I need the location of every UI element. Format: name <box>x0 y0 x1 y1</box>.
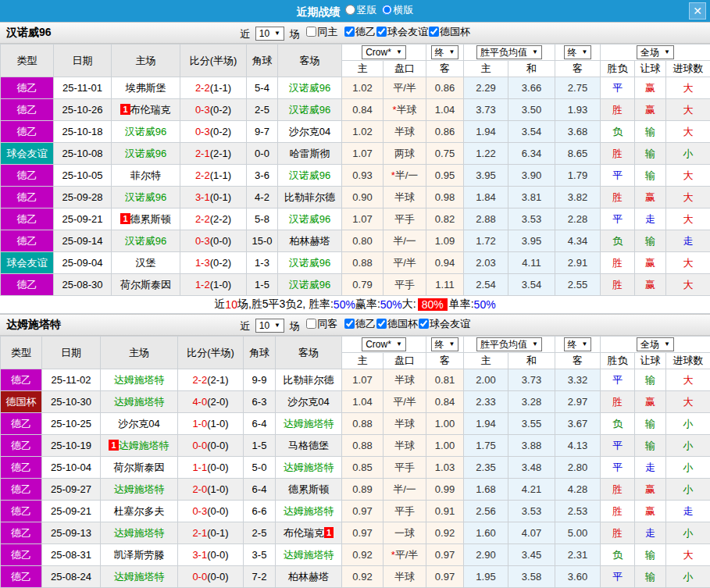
score-halftime: (0-0) <box>207 440 228 451</box>
same-side-checkbox[interactable] <box>306 319 316 329</box>
team-name-text: 马格德堡 <box>288 440 329 451</box>
same-side-filter[interactable]: 同主 <box>305 25 337 39</box>
result-wdl: 胜 <box>601 391 635 413</box>
scope-select[interactable]: 全场▼ <box>637 337 674 351</box>
league-filter[interactable]: 德乙 <box>344 317 376 331</box>
th-away: 客场 <box>278 45 342 77</box>
score-fulltime: 1-0 <box>192 418 207 429</box>
avg-select[interactable]: 胜平负均值▼ <box>476 45 542 59</box>
result-wdl: 胜 <box>601 501 635 522</box>
eu-home-odds: 2.33 <box>464 391 508 413</box>
eu-draw-odds: 3.53 <box>508 208 555 230</box>
corner-count: 15-0 <box>247 230 278 252</box>
eu-away-odds: 2.97 <box>555 391 601 413</box>
bookmaker-select[interactable]: Crow*▼ <box>362 45 406 59</box>
corner-count: 9-9 <box>244 369 276 391</box>
ah-line: 半球 <box>384 121 426 143</box>
eu-away-odds: 3.68 <box>555 121 601 143</box>
league-checkbox[interactable] <box>344 319 355 329</box>
result-goals: 小 <box>666 143 710 165</box>
avg-value: 胜平负均值 <box>480 47 527 58</box>
away-team: 汉诺威96 <box>278 99 342 121</box>
result-handicap: 输 <box>635 143 666 165</box>
league-filter[interactable]: 德国杯 <box>376 317 418 331</box>
league-filter[interactable]: 德乙 <box>344 25 376 39</box>
eu-final-select[interactable]: 终▼ <box>564 337 592 351</box>
score-fulltime: 0-0 <box>192 571 207 583</box>
th-scope: 全场▼ <box>601 337 710 353</box>
match-count-select[interactable]: 10▼ <box>255 27 284 41</box>
chevron-down-icon: ▼ <box>274 320 280 331</box>
horizontal-radio-input[interactable] <box>382 5 392 15</box>
league-filter[interactable]: 德国杯 <box>428 25 470 39</box>
th-score: 比分(半场) <box>178 337 244 369</box>
same-side-filter[interactable]: 同客 <box>305 317 337 331</box>
layout-radio-horizontal[interactable]: 横版 <box>382 3 414 17</box>
th-type: 类型 <box>1 337 42 369</box>
ah-home-odds: 1.07 <box>342 208 384 230</box>
score-halftime: (0-1) <box>207 527 228 539</box>
eu-home-odds: 2.88 <box>464 208 508 230</box>
result-wdl: 胜 <box>601 99 635 121</box>
ah-line: 平/半 <box>384 77 426 99</box>
ah-final-select[interactable]: 终▼ <box>431 45 459 59</box>
th-bookmaker: Crow*▼ <box>342 45 426 61</box>
same-side-checkbox[interactable] <box>306 27 316 37</box>
result-wdl: 胜 <box>601 522 635 544</box>
match-score: 3-1(0-1) <box>180 187 247 208</box>
corner-count: 5-8 <box>247 208 278 230</box>
home-team: 荷尔斯泰因 <box>101 457 178 479</box>
vertical-radio-input[interactable] <box>345 5 355 15</box>
close-button[interactable]: ✕ <box>689 2 706 20</box>
league-checkbox[interactable] <box>419 319 429 329</box>
result-wdl: 平 <box>601 165 635 187</box>
away-team: 德累斯顿 <box>276 479 342 501</box>
th-ah-away: 客 <box>426 61 464 77</box>
avg-select[interactable]: 胜平负均值▼ <box>476 337 542 351</box>
scope-select[interactable]: 全场▼ <box>637 45 674 59</box>
teams-root: 汉诺威96 近 10▼ 场 同主 德乙球会友谊德国杯 类型 日期 主场 比分(半… <box>0 22 710 588</box>
match-row: 德乙25-09-28汉诺威963-1(0-1)4-2比勒菲尔德0.90半球0.9… <box>1 187 710 208</box>
match-row: 德乙25-10-18汉诺威960-3(0-2)9-7沙尔克041.02半球0.8… <box>1 121 710 143</box>
team-name-text: 荷尔斯泰因 <box>114 461 165 473</box>
match-date: 25-09-13 <box>42 522 101 544</box>
team-name-text: 达姆施塔特 <box>284 505 334 517</box>
score-fulltime: 0-3 <box>192 505 207 517</box>
eu-home-odds: 2.56 <box>464 501 508 522</box>
team-name-text: 达姆施塔特 <box>119 440 169 451</box>
match-type-badge: 德乙 <box>1 165 54 187</box>
match-row: 球会友谊25-10-08汉诺威962-1(2-1)0-0哈雷斯彻1.07两球0.… <box>1 143 710 165</box>
team-header-bar: 汉诺威96 近 10▼ 场 同主 德乙球会友谊德国杯 <box>0 22 710 44</box>
score-halftime: (0-1) <box>210 191 231 203</box>
eu-home-odds: 1.84 <box>464 187 508 208</box>
eu-away-odds: 3.32 <box>555 369 601 391</box>
score-halftime: (2-2) <box>210 213 231 225</box>
bookmaker-select[interactable]: Crow*▼ <box>362 337 406 351</box>
league-checkbox[interactable] <box>429 27 439 37</box>
match-score: 2-2(2-1) <box>178 369 244 391</box>
ah-away-odds: 0.75 <box>426 143 464 165</box>
team-name-text: 沙尔克04 <box>287 396 329 408</box>
league-filter[interactable]: 球会友谊 <box>376 25 428 39</box>
corner-count: 4-2 <box>247 187 278 208</box>
eu-home-odds: 1.72 <box>464 230 508 252</box>
result-wdl: 胜 <box>601 143 635 165</box>
eu-final-select[interactable]: 终▼ <box>564 45 592 59</box>
ah-final-select[interactable]: 终▼ <box>431 337 459 351</box>
chevron-down-icon: ▼ <box>449 339 455 350</box>
match-count-select[interactable]: 10▼ <box>255 319 284 333</box>
league-filter[interactable]: 球会友谊 <box>418 317 470 331</box>
rows-body: 德乙25-11-02达姆施塔特2-2(2-1)9-9比勒菲尔德1.07半球0.8… <box>1 369 710 588</box>
ah-line-text: 平手 <box>394 213 415 225</box>
result-handicap: 输 <box>635 435 666 457</box>
th-res-ah: 让球 <box>635 353 666 369</box>
head-row-dropdowns: 类型 日期 主场 比分(半场) 角球 客场 Crow*▼ 终▼ 胜平负均值▼ 终… <box>1 337 710 353</box>
league-checkbox[interactable] <box>376 319 387 329</box>
ah-home-odds: 0.97 <box>342 522 384 544</box>
corner-count: 6-6 <box>244 501 276 522</box>
match-date: 25-10-25 <box>42 413 101 435</box>
league-checkbox[interactable] <box>344 27 355 37</box>
result-handicap: 赢 <box>635 99 666 121</box>
league-checkbox[interactable] <box>376 27 387 37</box>
layout-radio-vertical[interactable]: 竖版 <box>345 3 377 17</box>
